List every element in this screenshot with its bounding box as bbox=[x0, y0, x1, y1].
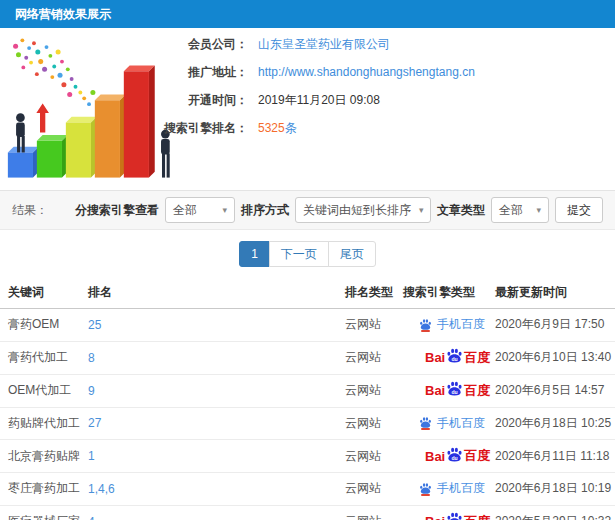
promo-url-label: 推广地址： bbox=[148, 64, 248, 81]
businessman-left bbox=[16, 113, 25, 152]
table-row: 北京膏药贴牌1云网站Baidu百度2020年6月11日 11:18 bbox=[0, 440, 615, 473]
baidu-paw-icon: du bbox=[446, 446, 463, 463]
open-time-label: 开通时间： bbox=[148, 92, 248, 109]
engine-cell: Baidu百度 bbox=[395, 505, 487, 520]
chevron-down-icon: ▾ bbox=[536, 205, 541, 215]
engine-rank-label: 搜索引擎排名： bbox=[148, 120, 248, 137]
keyword-cell: 膏药代加工 bbox=[0, 341, 80, 374]
engine-cell: Baidu百度 bbox=[395, 374, 487, 407]
rank-type-cell: 云网站 bbox=[337, 473, 395, 506]
keyword-cell: OEM代加工 bbox=[0, 374, 80, 407]
svg-text:du: du bbox=[452, 356, 458, 362]
result-label: 结果： bbox=[12, 202, 48, 219]
baidu-logo: Baidu百度 bbox=[425, 382, 490, 400]
sort-filter-select[interactable]: 关键词由短到长排序 ▾ bbox=[295, 197, 431, 223]
keyword-cell: 药贴牌代加工 bbox=[0, 407, 80, 440]
rank-link[interactable]: 9 bbox=[88, 384, 95, 398]
table-row: OEM代加工9云网站Baidu百度2020年6月5日 14:57 bbox=[0, 374, 615, 407]
results-table: 关键词 排名 排名类型 搜索引擎类型 最新更新时间 膏药OEM25云网站手机百度… bbox=[0, 277, 615, 520]
bar-green bbox=[37, 135, 68, 178]
engine-cell: Baidu百度 bbox=[395, 341, 487, 374]
baidu-paw-icon: du bbox=[446, 347, 463, 364]
col-engine-type: 搜索引擎类型 bbox=[395, 277, 487, 309]
update-time-cell: 2020年5月29日 10:32 bbox=[487, 505, 615, 520]
paw-underline bbox=[421, 428, 430, 430]
engine-cell: Baidu百度 bbox=[395, 440, 487, 473]
engine-rank-unit: 条 bbox=[285, 120, 297, 137]
baidu-paw-icon bbox=[419, 482, 432, 495]
engine-cell: 手机百度 bbox=[395, 309, 487, 342]
rank-link[interactable]: 1,4,6 bbox=[88, 482, 115, 496]
update-time-cell: 2020年6月9日 17:50 bbox=[487, 309, 615, 342]
update-time-cell: 2020年6月18日 10:19 bbox=[487, 473, 615, 506]
svg-text:du: du bbox=[452, 454, 458, 460]
rank-type-cell: 云网站 bbox=[337, 407, 395, 440]
keyword-cell: 膏药OEM bbox=[0, 309, 80, 342]
baidu-paw-icon: du bbox=[446, 511, 463, 520]
mobile-baidu-logo: 手机百度 bbox=[419, 480, 485, 497]
member-company-label: 会员公司： bbox=[148, 36, 248, 53]
engine-cell: 手机百度 bbox=[395, 473, 487, 506]
rank-cell: 8 bbox=[80, 341, 337, 374]
table-row: 医疗器械厂家4云网站Baidu百度2020年5月29日 10:32 bbox=[0, 505, 615, 520]
keyword-cell: 医疗器械厂家 bbox=[0, 505, 80, 520]
rank-type-cell: 云网站 bbox=[337, 505, 395, 520]
table-row: 枣庄膏药加工1,4,6云网站手机百度2020年6月18日 10:19 bbox=[0, 473, 615, 506]
mobile-baidu-label: 手机百度 bbox=[437, 316, 485, 333]
rank-cell: 27 bbox=[80, 407, 337, 440]
update-time-cell: 2020年6月11日 11:18 bbox=[487, 440, 615, 473]
pagination-next-page[interactable]: 下一页 bbox=[269, 241, 329, 267]
pagination: 1下一页尾页 bbox=[0, 241, 615, 267]
page-header: 网络营销效果展示 bbox=[0, 0, 615, 28]
rank-link[interactable]: 25 bbox=[88, 318, 101, 332]
mobile-baidu-logo: 手机百度 bbox=[419, 415, 485, 432]
submit-button[interactable]: 提交 bbox=[555, 197, 603, 223]
promo-url-link[interactable]: http://www.shandonghuangshengtang.cn bbox=[258, 65, 475, 79]
engine-filter-value: 全部 bbox=[173, 202, 197, 219]
rank-type-cell: 云网站 bbox=[337, 309, 395, 342]
keyword-cell: 北京膏药贴牌 bbox=[0, 440, 80, 473]
mobile-baidu-label: 手机百度 bbox=[437, 480, 485, 497]
rank-type-cell: 云网站 bbox=[337, 374, 395, 407]
rank-link[interactable]: 27 bbox=[88, 416, 101, 430]
article-type-select[interactable]: 全部 ▾ bbox=[491, 197, 549, 223]
col-rank: 排名 bbox=[80, 277, 337, 309]
rank-cell: 25 bbox=[80, 309, 337, 342]
baidu-logo: Baidu百度 bbox=[425, 447, 490, 465]
engine-rank-count: 5325 bbox=[258, 121, 285, 135]
update-time-cell: 2020年6月5日 14:57 bbox=[487, 374, 615, 407]
bar-orange bbox=[95, 94, 126, 177]
pagination-page-1[interactable]: 1 bbox=[239, 241, 270, 267]
rank-cell: 9 bbox=[80, 374, 337, 407]
pagination-last-page[interactable]: 尾页 bbox=[328, 241, 376, 267]
company-info-section: 会员公司： 山东皇圣堂药业有限公司 推广地址： http://www.shand… bbox=[0, 28, 615, 190]
rank-cell: 1,4,6 bbox=[80, 473, 337, 506]
confetti-dots bbox=[13, 38, 95, 106]
col-update-time: 最新更新时间 bbox=[487, 277, 615, 309]
chevron-down-icon: ▾ bbox=[222, 205, 227, 215]
update-time-cell: 2020年6月18日 10:25 bbox=[487, 407, 615, 440]
engine-filter-label: 分搜索引擎查看 bbox=[75, 202, 159, 219]
table-row: 膏药代加工8云网站Baidu百度2020年6月10日 13:40 bbox=[0, 341, 615, 374]
col-keyword: 关键词 bbox=[0, 277, 80, 309]
svg-text:du: du bbox=[452, 389, 458, 395]
mobile-baidu-logo: 手机百度 bbox=[419, 316, 485, 333]
update-time-cell: 2020年6月10日 13:40 bbox=[487, 341, 615, 374]
rank-type-cell: 云网站 bbox=[337, 341, 395, 374]
member-company-link[interactable]: 山东皇圣堂药业有限公司 bbox=[258, 36, 390, 53]
rank-type-cell: 云网站 bbox=[337, 440, 395, 473]
rank-link[interactable]: 4 bbox=[88, 515, 95, 520]
engine-filter-select[interactable]: 全部 ▾ bbox=[165, 197, 235, 223]
table-row: 药贴牌代加工27云网站手机百度2020年6月18日 10:25 bbox=[0, 407, 615, 440]
rank-link[interactable]: 8 bbox=[88, 351, 95, 365]
article-type-label: 文章类型 bbox=[437, 202, 485, 219]
rank-cell: 1 bbox=[80, 440, 337, 473]
bar-yellow bbox=[66, 117, 97, 178]
col-rank-type: 排名类型 bbox=[337, 277, 395, 309]
chevron-down-icon: ▾ bbox=[419, 205, 424, 215]
rank-link[interactable]: 1 bbox=[88, 449, 95, 463]
page-title: 网络营销效果展示 bbox=[15, 7, 111, 21]
engine-rank-row: 搜索引擎排名： 5325 条 bbox=[148, 114, 475, 142]
sort-filter-value: 关键词由短到长排序 bbox=[303, 202, 411, 219]
sort-filter-label: 排序方式 bbox=[241, 202, 289, 219]
